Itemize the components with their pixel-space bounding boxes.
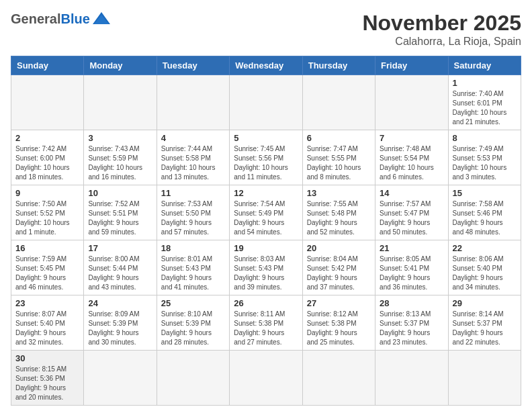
- calendar-cell: 20Sunrise: 8:04 AM Sunset: 5:42 PM Dayli…: [302, 240, 375, 295]
- calendar-cell: 30Sunrise: 8:15 AM Sunset: 5:36 PM Dayli…: [11, 351, 84, 406]
- day-number: 6: [307, 133, 371, 143]
- logo-general: General: [11, 11, 60, 27]
- logo-text: GeneralBlue: [11, 11, 112, 27]
- calendar-header-sunday: Sunday: [11, 56, 84, 75]
- day-info: Sunrise: 8:12 AM Sunset: 5:38 PM Dayligh…: [307, 310, 371, 347]
- day-info: Sunrise: 8:07 AM Sunset: 5:40 PM Dayligh…: [15, 310, 79, 347]
- day-number: 5: [234, 133, 298, 143]
- day-number: 18: [161, 243, 225, 253]
- day-number: 30: [15, 353, 79, 363]
- day-info: Sunrise: 7:48 AM Sunset: 5:54 PM Dayligh…: [380, 144, 443, 182]
- day-info: Sunrise: 7:53 AM Sunset: 5:50 PM Dayligh…: [161, 199, 225, 237]
- calendar-cell: 23Sunrise: 8:07 AM Sunset: 5:40 PM Dayli…: [11, 295, 84, 351]
- calendar-cell: [230, 351, 302, 406]
- calendar-cell: 25Sunrise: 8:10 AM Sunset: 5:39 PM Dayli…: [157, 295, 229, 351]
- calendar-week-row: 9Sunrise: 7:50 AM Sunset: 5:52 PM Daylig…: [11, 185, 521, 240]
- logo-icon: [91, 11, 112, 27]
- day-info: Sunrise: 7:49 AM Sunset: 5:53 PM Dayligh…: [453, 144, 517, 182]
- day-info: Sunrise: 8:05 AM Sunset: 5:41 PM Dayligh…: [380, 255, 443, 292]
- day-number: 9: [15, 188, 79, 198]
- day-number: 24: [88, 298, 152, 308]
- calendar-header-wednesday: Wednesday: [230, 56, 302, 75]
- calendar-cell: 18Sunrise: 8:01 AM Sunset: 5:43 PM Dayli…: [157, 240, 229, 295]
- calendar-cell: [84, 75, 157, 130]
- day-number: 20: [307, 243, 371, 253]
- calendar-cell: [11, 75, 84, 130]
- day-info: Sunrise: 8:06 AM Sunset: 5:40 PM Dayligh…: [453, 255, 517, 292]
- calendar-cell: 22Sunrise: 8:06 AM Sunset: 5:40 PM Dayli…: [448, 240, 521, 295]
- day-info: Sunrise: 8:13 AM Sunset: 5:37 PM Dayligh…: [380, 310, 443, 347]
- calendar-cell: 6Sunrise: 7:47 AM Sunset: 5:55 PM Daylig…: [302, 130, 375, 185]
- day-info: Sunrise: 8:01 AM Sunset: 5:43 PM Dayligh…: [161, 255, 225, 292]
- calendar-cell: 11Sunrise: 7:53 AM Sunset: 5:50 PM Dayli…: [157, 185, 229, 240]
- calendar-cell: 2Sunrise: 7:42 AM Sunset: 6:00 PM Daylig…: [11, 130, 84, 185]
- calendar-cell: 21Sunrise: 8:05 AM Sunset: 5:41 PM Dayli…: [375, 240, 448, 295]
- calendar-header-saturday: Saturday: [448, 56, 521, 75]
- day-number: 13: [307, 188, 371, 198]
- day-info: Sunrise: 8:14 AM Sunset: 5:37 PM Dayligh…: [453, 310, 517, 347]
- day-info: Sunrise: 7:55 AM Sunset: 5:48 PM Dayligh…: [307, 199, 371, 237]
- calendar-header-thursday: Thursday: [302, 56, 375, 75]
- calendar-cell: 13Sunrise: 7:55 AM Sunset: 5:48 PM Dayli…: [302, 185, 375, 240]
- logo-blue: Blue: [60, 11, 89, 27]
- location-title: Calahorra, La Rioja, Spain: [362, 36, 521, 48]
- day-info: Sunrise: 7:58 AM Sunset: 5:46 PM Dayligh…: [453, 199, 517, 237]
- calendar-cell: 15Sunrise: 7:58 AM Sunset: 5:46 PM Dayli…: [448, 185, 521, 240]
- calendar-cell: 10Sunrise: 7:52 AM Sunset: 5:51 PM Dayli…: [84, 185, 157, 240]
- calendar-week-row: 1Sunrise: 7:40 AM Sunset: 6:01 PM Daylig…: [11, 75, 521, 130]
- day-number: 21: [380, 243, 443, 253]
- calendar-cell: [157, 75, 229, 130]
- calendar-cell: [84, 351, 157, 406]
- day-info: Sunrise: 8:11 AM Sunset: 5:38 PM Dayligh…: [234, 310, 298, 347]
- day-info: Sunrise: 8:04 AM Sunset: 5:42 PM Dayligh…: [307, 255, 371, 292]
- calendar-cell: 12Sunrise: 7:54 AM Sunset: 5:49 PM Dayli…: [230, 185, 302, 240]
- calendar-cell: [302, 351, 375, 406]
- month-title: November 2025: [362, 11, 521, 36]
- day-info: Sunrise: 7:59 AM Sunset: 5:45 PM Dayligh…: [15, 255, 79, 292]
- calendar-cell: 5Sunrise: 7:45 AM Sunset: 5:56 PM Daylig…: [230, 130, 302, 185]
- day-number: 2: [15, 133, 79, 143]
- calendar-header-row: SundayMondayTuesdayWednesdayThursdayFrid…: [11, 56, 521, 75]
- day-number: 1: [453, 78, 517, 88]
- day-number: 7: [380, 133, 443, 143]
- calendar-cell: 3Sunrise: 7:43 AM Sunset: 5:59 PM Daylig…: [84, 130, 157, 185]
- day-number: 22: [453, 243, 517, 253]
- day-info: Sunrise: 7:52 AM Sunset: 5:51 PM Dayligh…: [88, 199, 152, 237]
- calendar-cell: 17Sunrise: 8:00 AM Sunset: 5:44 PM Dayli…: [84, 240, 157, 295]
- day-info: Sunrise: 7:45 AM Sunset: 5:56 PM Dayligh…: [234, 144, 298, 182]
- calendar-cell: 29Sunrise: 8:14 AM Sunset: 5:37 PM Dayli…: [448, 295, 521, 351]
- day-number: 16: [15, 243, 79, 253]
- day-number: 26: [234, 298, 298, 308]
- calendar-cell: 8Sunrise: 7:49 AM Sunset: 5:53 PM Daylig…: [448, 130, 521, 185]
- calendar-cell: [448, 351, 521, 406]
- day-number: 29: [453, 298, 517, 308]
- day-number: 11: [161, 188, 225, 198]
- calendar-cell: [302, 75, 375, 130]
- calendar-cell: 14Sunrise: 7:57 AM Sunset: 5:47 PM Dayli…: [375, 185, 448, 240]
- day-number: 28: [380, 298, 443, 308]
- calendar-cell: 4Sunrise: 7:44 AM Sunset: 5:58 PM Daylig…: [157, 130, 229, 185]
- calendar: SundayMondayTuesdayWednesdayThursdayFrid…: [11, 56, 521, 406]
- day-number: 4: [161, 133, 225, 143]
- day-number: 12: [234, 188, 298, 198]
- day-number: 25: [161, 298, 225, 308]
- day-info: Sunrise: 7:42 AM Sunset: 6:00 PM Dayligh…: [15, 144, 79, 182]
- title-section: November 2025 Calahorra, La Rioja, Spain: [362, 11, 521, 48]
- day-number: 3: [88, 133, 152, 143]
- header: GeneralBlue November 2025 Calahorra, La …: [11, 11, 521, 48]
- calendar-cell: 26Sunrise: 8:11 AM Sunset: 5:38 PM Dayli…: [230, 295, 302, 351]
- day-number: 27: [307, 298, 371, 308]
- calendar-header-monday: Monday: [84, 56, 157, 75]
- day-info: Sunrise: 8:03 AM Sunset: 5:43 PM Dayligh…: [234, 255, 298, 292]
- day-number: 19: [234, 243, 298, 253]
- day-info: Sunrise: 7:50 AM Sunset: 5:52 PM Dayligh…: [15, 199, 79, 237]
- day-info: Sunrise: 8:00 AM Sunset: 5:44 PM Dayligh…: [88, 255, 152, 292]
- calendar-header-tuesday: Tuesday: [157, 56, 229, 75]
- calendar-cell: [157, 351, 229, 406]
- day-info: Sunrise: 8:10 AM Sunset: 5:39 PM Dayligh…: [161, 310, 225, 347]
- calendar-cell: [375, 351, 448, 406]
- calendar-cell: 19Sunrise: 8:03 AM Sunset: 5:43 PM Dayli…: [230, 240, 302, 295]
- calendar-cell: 24Sunrise: 8:09 AM Sunset: 5:39 PM Dayli…: [84, 295, 157, 351]
- calendar-week-row: 2Sunrise: 7:42 AM Sunset: 6:00 PM Daylig…: [11, 130, 521, 185]
- day-number: 8: [453, 133, 517, 143]
